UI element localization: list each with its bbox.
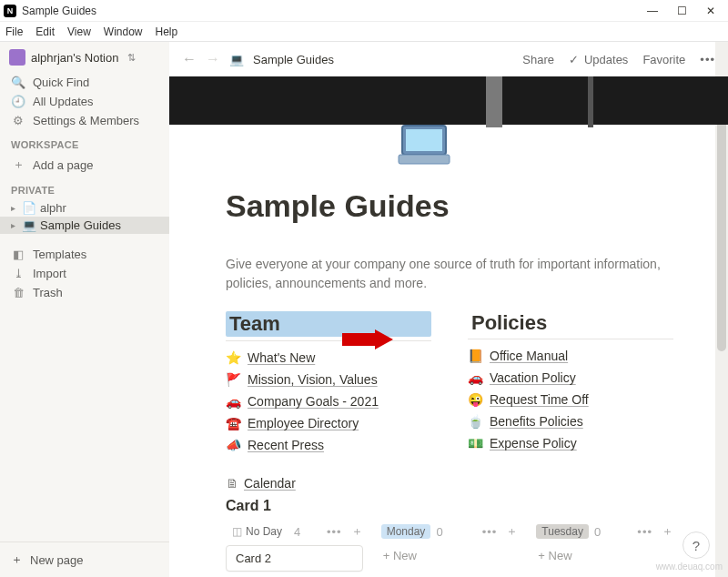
board-column-tag[interactable]: Tuesday [536,524,589,539]
heading-policies[interactable]: Policies [468,310,551,335]
share-button[interactable]: Share [522,53,554,66]
sidebar-templates[interactable]: ◧ Templates [0,245,169,264]
help-button[interactable]: ? [682,531,710,559]
link-icon: 🚗 [226,394,240,409]
sidebar-item-label: Quick Find [33,76,89,89]
sidebar-new-page[interactable]: ＋ New page [0,542,169,577]
more-menu-button[interactable]: ••• [700,53,715,66]
link-item[interactable]: 😜Request Time Off [468,392,673,407]
caret-right-icon[interactable]: ▸ [7,220,18,230]
link-item[interactable]: 🍵Benefits Policies [468,414,673,429]
sidebar: alphrjan's Notion ⇅ 🔍 Quick Find 🕘 All U… [0,42,169,577]
column-more-button[interactable]: ••• [327,525,342,539]
menu-file[interactable]: File [5,25,23,38]
plus-icon: ＋ [11,157,25,173]
column-add-button[interactable]: ＋ [506,523,518,540]
heading-team[interactable]: Team [226,311,431,337]
window-maximize-button[interactable]: ☐ [675,5,688,17]
sidebar-add-page[interactable]: ＋ Add a page [0,154,169,176]
link-item[interactable]: ⭐What's New [226,350,431,365]
menu-edit[interactable]: Edit [35,25,55,38]
board-column-header: Tuesday0•••＋ [536,523,673,540]
board-column-count: 0 [436,525,442,539]
sidebar-section-workspace: WORKSPACE [0,130,169,154]
page-description[interactable]: Give everyone at your company one source… [226,255,673,293]
window-minimize-button[interactable]: — [646,5,659,17]
sidebar-page-sample-guides[interactable]: ▸ 💻 Sample Guides [0,217,169,234]
sidebar-item-label: Import [33,267,66,280]
page-emoji-icon[interactable] [397,122,451,167]
sidebar-quick-find[interactable]: 🔍 Quick Find [0,73,169,92]
board-title[interactable]: Card 1 [226,498,673,514]
sidebar-page-alphr[interactable]: ▸ 📄 alphr [0,199,169,217]
link-icon: 🍵 [468,414,482,429]
window-close-button[interactable]: ✕ [704,5,717,17]
board-column: No Day4•••＋Card 2 [226,523,363,577]
trash-icon: 🗑 [11,286,25,299]
link-item[interactable]: 📣Recent Press [226,438,431,452]
document-icon: 🗎 [226,476,238,491]
updates-button[interactable]: Updates [584,53,628,66]
link-item[interactable]: 🚗Vacation Policy [468,370,673,385]
board-column: Tuesday0•••＋+ New [536,523,673,577]
page-title[interactable]: Sample Guides [226,188,673,224]
link-icon: ⭐ [226,350,240,365]
sidebar-trash[interactable]: 🗑 Trash [0,283,169,302]
link-item[interactable]: 🚗Company Goals - 2021 [226,394,431,409]
nav-back-button[interactable]: ← [182,51,197,67]
clock-icon: 🕘 [11,95,25,108]
link-item[interactable]: ☎️Employee Directory [226,416,431,430]
window-titlebar: N Sample Guides — ☐ ✕ [0,0,728,22]
link-list-team: ⭐What's New🚩Mission, Vision, Values🚗Comp… [226,350,431,452]
link-item[interactable]: 💵Expense Policy [468,436,673,450]
content-columns: Team ⭐What's New🚩Mission, Vision, Values… [226,311,673,452]
page-cover[interactable] [169,76,728,125]
link-icon: 🚩 [226,372,240,387]
templates-icon: ◧ [11,248,25,261]
board-column-tag[interactable]: No Day [226,523,288,540]
workspace-switcher[interactable]: alphrjan's Notion ⇅ [0,42,169,73]
board-new-card[interactable]: + New [536,545,673,566]
menu-window[interactable]: Window [104,25,143,38]
tree-item-label: Sample Guides [40,218,121,232]
favorite-button[interactable]: Favorite [642,53,685,66]
column-add-button[interactable]: ＋ [662,523,673,540]
board-column-header: Monday0•••＋ [381,523,519,540]
search-icon: 🔍 [11,76,25,89]
sidebar-settings-members[interactable]: ⚙ Settings & Members [0,111,169,130]
menu-view[interactable]: View [67,25,91,38]
board-column-count: 0 [594,525,601,539]
breadcrumb[interactable]: Sample Guides [253,53,334,66]
board-column: Monday0•••＋+ New [381,523,519,577]
link-label: Office Manual [490,349,568,363]
board-new-card[interactable]: + New [381,545,519,566]
menu-help[interactable]: Help [156,25,178,38]
plus-icon: ＋ [11,552,23,568]
tree-item-label: alphr [40,201,66,215]
link-item[interactable]: 🚩Mission, Vision, Values [226,372,431,387]
workspace-icon [9,49,25,66]
board-card[interactable]: Card 2 [226,545,363,572]
column-more-button[interactable]: ••• [482,525,498,539]
svg-marker-3 [342,329,393,349]
board-columns: No Day4•••＋Card 2Monday0•••＋+ NewTuesday… [226,523,673,577]
calendar-link[interactable]: 🗎 Calendar [226,476,673,491]
chevron-updown-icon: ⇅ [127,52,136,64]
sidebar-import[interactable]: ⤓ Import [0,264,169,283]
link-item[interactable]: 📙Office Manual [468,349,673,363]
link-label: Employee Directory [248,416,359,430]
board-column-count: 4 [294,525,300,539]
page-icon: 📄 [22,201,36,215]
link-icon: 🚗 [468,370,482,385]
column-more-button[interactable]: ••• [637,525,652,539]
divider [468,339,673,339]
sidebar-all-updates[interactable]: 🕘 All Updates [0,92,169,111]
svg-rect-2 [399,155,450,164]
board-column-tag[interactable]: Monday [381,524,431,539]
annotation-arrow-icon [342,329,393,349]
caret-right-icon[interactable]: ▸ [7,203,18,213]
column-add-button[interactable]: ＋ [351,523,363,540]
nav-forward-button[interactable]: → [206,51,220,67]
svg-rect-1 [406,129,442,151]
link-label: What's New [248,350,315,365]
